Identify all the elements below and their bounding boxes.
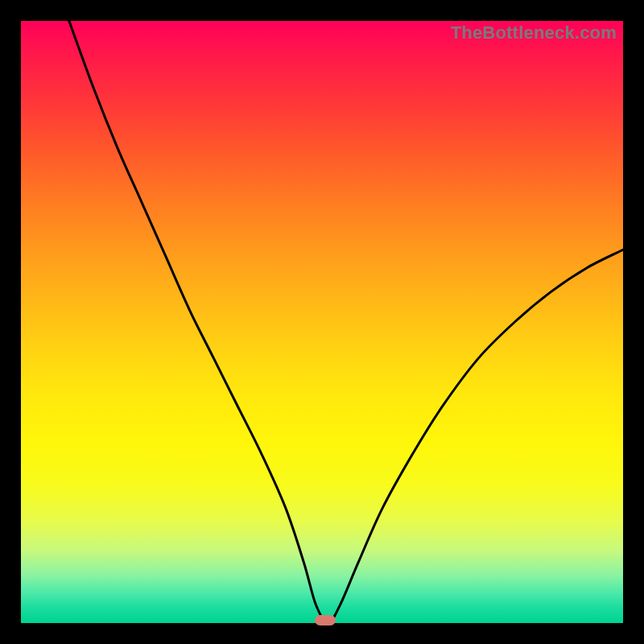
gradient-plot-area: TheBottleneck.com <box>21 21 623 623</box>
minimum-marker <box>315 615 336 625</box>
chart-frame: TheBottleneck.com <box>0 0 644 644</box>
curve-line <box>69 21 623 623</box>
bottleneck-curve <box>21 21 623 623</box>
